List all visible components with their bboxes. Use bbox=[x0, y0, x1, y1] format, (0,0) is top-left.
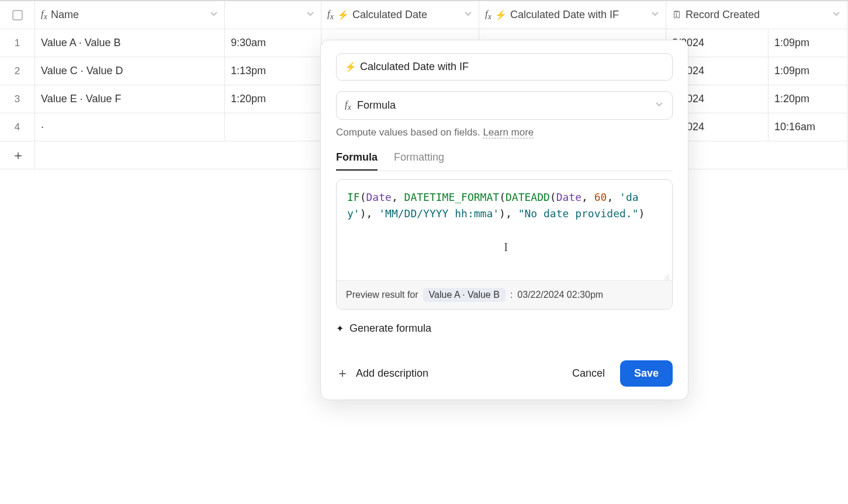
preview-value: 03/22/2024 02:30pm bbox=[517, 290, 603, 300]
cell-name[interactable]: · bbox=[35, 113, 225, 141]
cell-created-time[interactable]: 1:09pm bbox=[769, 57, 847, 85]
field-name-input[interactable]: ⚡ Calculated Date with IF bbox=[336, 53, 673, 81]
bolt-icon: ⚡ bbox=[345, 61, 356, 72]
row-number[interactable]: 3 bbox=[0, 85, 35, 113]
field-type-select[interactable]: fx Formula bbox=[336, 91, 673, 120]
learn-more-link[interactable]: Learn more bbox=[483, 127, 534, 138]
row-number[interactable]: 4 bbox=[0, 113, 35, 141]
column-label: Name bbox=[51, 9, 79, 21]
column-label: Calculated Date bbox=[352, 9, 427, 21]
chevron-down-icon[interactable] bbox=[463, 9, 473, 21]
bolt-icon: ⚡ bbox=[495, 9, 507, 20]
preview-label: Preview result for bbox=[346, 290, 418, 300]
select-all-checkbox[interactable] bbox=[12, 10, 23, 20]
cell-time[interactable]: 9:30am bbox=[225, 29, 321, 57]
bolt-icon: ⚡ bbox=[337, 9, 349, 20]
cell-name[interactable]: Value C · Value D bbox=[35, 57, 225, 85]
cancel-button[interactable]: Cancel bbox=[572, 367, 605, 380]
cell-time[interactable]: 1:20pm bbox=[225, 85, 321, 113]
text-cursor-icon: I bbox=[504, 237, 508, 257]
chevron-down-icon bbox=[655, 99, 664, 112]
helper-text-content: Compute values based on fields. bbox=[336, 127, 483, 138]
add-description-label: Add description bbox=[356, 367, 428, 380]
preview-separator: : bbox=[510, 290, 513, 300]
preview-record-pill[interactable]: Value A · Value B bbox=[423, 288, 506, 302]
formula-icon: fx bbox=[41, 8, 47, 22]
add-description-button[interactable]: ＋ Add description bbox=[336, 367, 428, 380]
formula-editor: IF(Date, DATETIME_FORMAT(DATEADD(Date, 6… bbox=[336, 179, 673, 309]
chevron-down-icon[interactable] bbox=[832, 9, 841, 21]
dialog-footer: ＋ Add description Cancel Save bbox=[336, 360, 673, 387]
cell-created-time[interactable]: 1:20pm bbox=[769, 85, 847, 113]
field-name-text: Calculated Date with IF bbox=[360, 61, 469, 73]
column-header-name[interactable]: fx Name bbox=[35, 1, 225, 29]
resize-handle-icon[interactable] bbox=[662, 271, 670, 279]
column-header-blank[interactable] bbox=[225, 1, 321, 29]
cell-created-time[interactable]: 10:16am bbox=[769, 113, 847, 141]
column-label: Calculated Date with IF bbox=[510, 9, 619, 21]
generate-formula-button[interactable]: ✦ Generate formula bbox=[336, 322, 673, 335]
column-header-calculated-date-if[interactable]: fx ⚡ Calculated Date with IF bbox=[479, 1, 666, 29]
formula-textarea[interactable]: IF(Date, DATETIME_FORMAT(DATEADD(Date, 6… bbox=[337, 180, 672, 280]
plus-icon: ＋ bbox=[12, 149, 25, 162]
formula-icon: fx bbox=[485, 8, 492, 22]
tab-formatting[interactable]: Formatting bbox=[394, 151, 444, 171]
column-label: Record Created bbox=[686, 9, 760, 21]
formula-preview: Preview result for Value A · Value B : 0… bbox=[337, 280, 672, 309]
chevron-down-icon[interactable] bbox=[306, 9, 315, 21]
cell-name[interactable]: Value A · Value B bbox=[35, 29, 225, 57]
formula-icon: fx bbox=[345, 99, 351, 112]
generate-formula-label: Generate formula bbox=[349, 322, 431, 335]
calendar-icon: 🗓 bbox=[672, 9, 682, 21]
add-row-button[interactable]: ＋ bbox=[0, 141, 35, 169]
header-select-all[interactable] bbox=[0, 1, 35, 29]
field-editor-dialog: ⚡ Calculated Date with IF fx Formula Com… bbox=[320, 40, 688, 400]
cell-name[interactable]: Value E · Value F bbox=[35, 85, 225, 113]
tab-formula[interactable]: Formula bbox=[336, 151, 378, 171]
row-number[interactable]: 1 bbox=[0, 29, 35, 57]
column-header-calculated-date[interactable]: fx ⚡ Calculated Date bbox=[321, 1, 479, 29]
formula-icon: fx bbox=[327, 8, 334, 22]
chevron-down-icon[interactable] bbox=[209, 9, 219, 21]
cell-time[interactable] bbox=[225, 113, 321, 141]
column-header-record-created[interactable]: 🗓 Record Created bbox=[666, 1, 847, 29]
row-number[interactable]: 2 bbox=[0, 57, 35, 85]
cell-time[interactable]: 1:13pm bbox=[225, 57, 321, 85]
cell-created-time[interactable]: 1:09pm bbox=[769, 29, 847, 57]
chevron-down-icon[interactable] bbox=[650, 9, 660, 21]
helper-text: Compute values based on fields. Learn mo… bbox=[336, 127, 673, 138]
sparkle-icon: ✦ bbox=[336, 323, 344, 334]
save-button[interactable]: Save bbox=[620, 360, 673, 387]
plus-icon: ＋ bbox=[336, 367, 349, 380]
field-type-label: Formula bbox=[357, 99, 396, 112]
editor-tabs: Formula Formatting bbox=[336, 151, 673, 171]
